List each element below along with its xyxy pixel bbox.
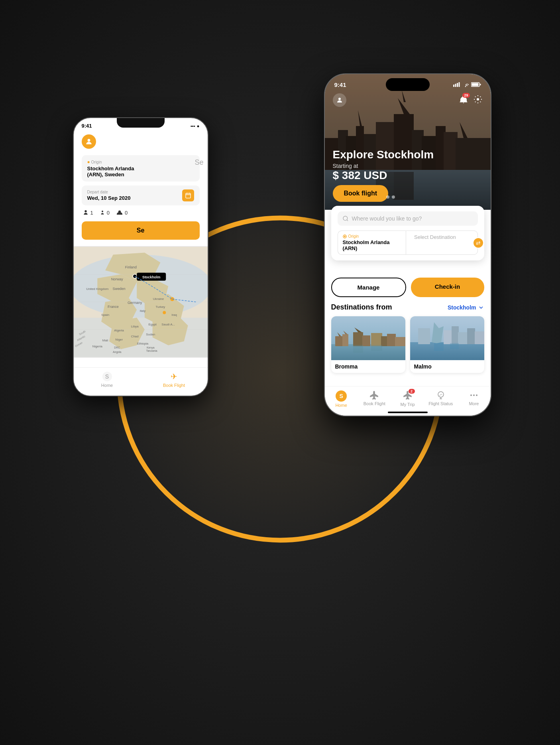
back-origin-field-group[interactable]: ● Origin Stockholm Arlanda(ARN), Sweden … xyxy=(82,155,200,181)
destinations-title: Destinations from xyxy=(331,303,392,311)
back-search-button[interactable]: Se xyxy=(82,221,200,240)
back-calendar-icon[interactable] xyxy=(182,189,194,201)
back-origin-label: ● Origin xyxy=(87,159,194,165)
svg-rect-109 xyxy=(444,330,452,344)
svg-rect-102 xyxy=(395,337,405,346)
front-status-icons xyxy=(453,82,481,87)
svg-point-87 xyxy=(343,216,348,221)
svg-text:Norway: Norway xyxy=(111,277,123,281)
svg-rect-94 xyxy=(342,334,348,346)
destination-placeholder: Select Destination xyxy=(414,234,473,240)
svg-rect-96 xyxy=(353,332,363,346)
back-passengers-row: 1 0 0 xyxy=(82,209,200,216)
notification-badge: 29 xyxy=(462,93,470,98)
destination-field[interactable]: ⇄ Select Destination xyxy=(406,231,478,255)
back-time: 9:41 xyxy=(82,123,92,129)
svg-text:Mali: Mali xyxy=(102,339,108,342)
svg-point-89 xyxy=(344,236,346,237)
svg-rect-107 xyxy=(418,328,430,344)
destinations-filter[interactable]: Stockholm xyxy=(448,304,484,311)
destination-card-malmo[interactable]: Malmo xyxy=(410,316,484,373)
svg-text:Tanzania: Tanzania xyxy=(146,350,157,353)
back-children[interactable]: 0 xyxy=(100,209,110,216)
svg-rect-104 xyxy=(371,345,382,351)
svg-text:Spain: Spain xyxy=(101,313,109,317)
hero-city-title: Explore Stockholm xyxy=(333,149,434,161)
svg-text:Saudi A...: Saudi A... xyxy=(161,323,175,326)
user-profile-button[interactable] xyxy=(333,93,346,107)
svg-rect-111 xyxy=(458,332,468,344)
destinations-header: Destinations from Stockholm xyxy=(331,303,484,311)
nav-home[interactable]: S Home xyxy=(325,390,358,408)
action-buttons: Manage Check-in xyxy=(331,278,484,297)
back-infants[interactable]: 0 xyxy=(116,209,128,216)
svg-text:Iraq: Iraq xyxy=(171,313,177,317)
home-nav-icon: S xyxy=(336,390,347,402)
svg-rect-103 xyxy=(353,345,363,353)
bromma-name: Bromma xyxy=(331,360,405,373)
svg-rect-85 xyxy=(472,83,478,86)
settings-button[interactable] xyxy=(473,95,483,106)
svg-point-119 xyxy=(470,394,472,396)
svg-point-76 xyxy=(338,98,341,100)
nav-more[interactable]: More xyxy=(457,390,490,408)
svg-rect-86 xyxy=(480,84,481,85)
nav-home-label: Home xyxy=(335,403,347,408)
manage-button[interactable]: Manage xyxy=(331,278,406,297)
wifi-icon xyxy=(462,82,469,87)
swap-icon[interactable]: ⇄ xyxy=(473,237,484,248)
svg-rect-80 xyxy=(455,84,456,87)
back-phone-notch xyxy=(117,118,165,128)
svg-text:Finland: Finland xyxy=(125,265,136,269)
nav-my-trip[interactable]: 2 My Trip xyxy=(391,390,424,408)
svg-rect-110 xyxy=(452,326,459,344)
dot-1 xyxy=(381,195,384,199)
svg-text:United Kingdom: United Kingdom xyxy=(86,287,109,291)
dot-2 xyxy=(386,195,389,199)
carousel-dots xyxy=(381,195,395,199)
svg-rect-114 xyxy=(434,343,444,351)
svg-rect-1 xyxy=(186,193,191,198)
svg-rect-82 xyxy=(458,82,460,87)
svg-point-47 xyxy=(133,274,137,278)
chevron-down-icon xyxy=(478,304,484,311)
hero-section: 29 Explore Stockholm Starting at xyxy=(325,74,491,210)
svg-rect-115 xyxy=(450,343,459,349)
svg-point-83 xyxy=(465,86,466,87)
header-right-icons: 29 xyxy=(459,95,483,106)
back-adults[interactable]: 1 xyxy=(83,209,93,216)
origin-dest-row: Origin Stockholm Arlanda (ARN) ⇄ Select … xyxy=(338,231,478,255)
svg-point-120 xyxy=(473,394,475,396)
svg-text:Kenya: Kenya xyxy=(146,346,154,349)
battery-icon xyxy=(471,82,481,87)
svg-text:Germany: Germany xyxy=(127,301,142,305)
back-nav-home[interactable]: S Home xyxy=(74,372,141,388)
svg-rect-91 xyxy=(331,344,405,360)
origin-value: Stockholm Arlanda (ARN) xyxy=(343,239,401,251)
checkin-button[interactable]: Check-in xyxy=(411,278,484,297)
nav-book-flight-label: Book Flight xyxy=(364,401,385,406)
book-flight-button[interactable]: Book flight xyxy=(333,185,389,202)
svg-text:Sudan: Sudan xyxy=(146,333,155,336)
nav-flight-status[interactable]: Flight Status xyxy=(424,390,457,408)
svg-rect-92 xyxy=(335,336,343,346)
back-depart-field[interactable]: Depart date Wed, 10 Sep 2020 xyxy=(82,185,200,205)
front-time: 9:41 xyxy=(334,81,346,88)
back-home-icon: S xyxy=(105,373,109,380)
origin-field[interactable]: Origin Stockholm Arlanda (ARN) xyxy=(338,231,406,255)
destinations-section: Destinations from Stockholm xyxy=(331,303,484,373)
nav-book-flight[interactable]: Book Flight xyxy=(358,390,391,408)
search-input-row[interactable]: Where would you like to go? xyxy=(338,211,478,226)
notification-bell[interactable]: 29 xyxy=(459,95,468,106)
back-nav-book-flight[interactable]: ✈ Book Flight xyxy=(141,372,208,388)
back-user-avatar[interactable] xyxy=(82,134,96,149)
hero-starting-at: Starting at xyxy=(333,163,434,169)
home-indicator xyxy=(388,412,428,413)
search-icon xyxy=(342,215,349,222)
destination-card-bromma[interactable]: Bromma xyxy=(331,316,405,373)
back-home-icon-bg: S xyxy=(102,372,112,381)
back-map: Finland Norway Sweden United Kingdom Fra… xyxy=(74,246,208,358)
malmo-image xyxy=(410,316,484,360)
svg-text:DRC: DRC xyxy=(114,346,120,349)
flight-status-icon xyxy=(436,390,446,400)
